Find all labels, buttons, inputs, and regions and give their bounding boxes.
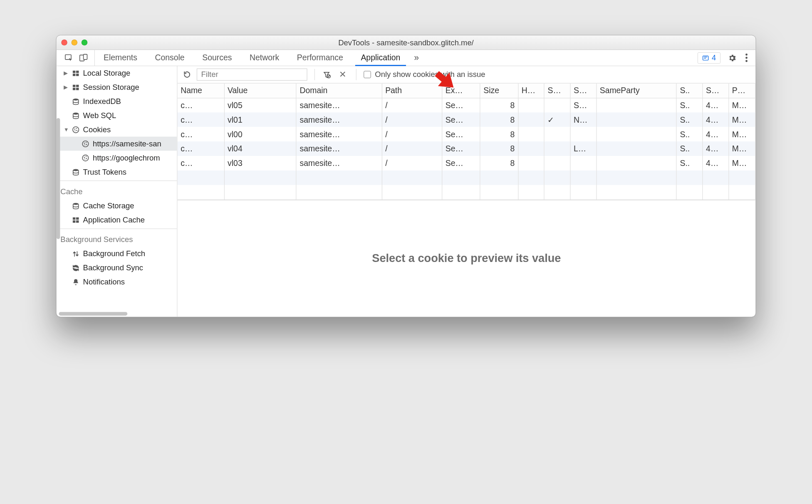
more-tabs-button[interactable]: » bbox=[409, 50, 424, 66]
sidebar-item-cache-storage[interactable]: Cache Storage bbox=[57, 199, 177, 213]
clear-filter-icon[interactable] bbox=[322, 70, 331, 79]
tab-application[interactable]: Application bbox=[352, 50, 409, 66]
bell-icon bbox=[72, 278, 79, 286]
minimize-window-button[interactable] bbox=[72, 40, 78, 46]
refresh-icon[interactable] bbox=[183, 71, 191, 79]
sidebar-horizontal-scrollbar[interactable] bbox=[59, 312, 127, 316]
sidebar-item-web-sql[interactable]: Web SQL bbox=[57, 109, 177, 123]
sidebar-item-label: IndexedDB bbox=[83, 97, 121, 106]
sidebar-item-trust-tokens[interactable]: Trust Tokens bbox=[57, 165, 177, 179]
svg-point-27 bbox=[86, 158, 87, 159]
cookie-preview-placeholder: Select a cookie to preview its value bbox=[372, 252, 561, 265]
tab-network[interactable]: Network bbox=[241, 50, 288, 66]
only-issues-checkbox[interactable]: Only show cookies with an issue bbox=[364, 70, 485, 79]
column-header[interactable]: Ex… bbox=[442, 84, 480, 98]
cell-sameparty bbox=[596, 98, 676, 112]
svg-point-30 bbox=[73, 203, 79, 205]
svg-point-26 bbox=[86, 156, 87, 157]
more-options-button[interactable] bbox=[744, 52, 749, 64]
svg-point-13 bbox=[73, 112, 79, 114]
svg-point-25 bbox=[84, 157, 85, 158]
column-header[interactable]: P… bbox=[729, 84, 755, 98]
window-title: DevTools - samesite-sandbox.glitch.me/ bbox=[338, 38, 473, 47]
cookie-icon bbox=[82, 154, 89, 162]
cell-path: / bbox=[382, 127, 442, 141]
column-header[interactable]: H… bbox=[518, 84, 545, 98]
sidebar-cookie-origin[interactable]: https://googlechrom bbox=[57, 151, 177, 165]
close-window-button[interactable] bbox=[61, 40, 67, 46]
svg-point-15 bbox=[74, 128, 75, 130]
cell-s2: L… bbox=[570, 141, 597, 156]
cell-sx: S.. bbox=[676, 156, 703, 170]
column-header[interactable]: Value bbox=[224, 84, 296, 98]
device-toolbar-icon[interactable] bbox=[79, 53, 88, 62]
column-header[interactable]: Domain bbox=[296, 84, 382, 98]
cell-ex: Se… bbox=[442, 112, 480, 127]
svg-rect-2 bbox=[84, 54, 87, 59]
column-header[interactable]: S.. bbox=[676, 84, 703, 98]
zoom-window-button[interactable] bbox=[82, 40, 88, 46]
sidebar-cookie-origin[interactable]: https://samesite-san bbox=[57, 137, 177, 151]
tab-label: Network bbox=[250, 53, 279, 62]
checkbox-icon bbox=[364, 71, 371, 78]
tab-console[interactable]: Console bbox=[146, 50, 193, 66]
sidebar-item-application-cache[interactable]: Application Cache bbox=[57, 213, 177, 227]
cell-name: c… bbox=[177, 112, 224, 127]
issues-badge[interactable]: 4 bbox=[698, 52, 720, 63]
svg-rect-11 bbox=[76, 88, 79, 90]
sidebar-item-background-sync[interactable]: Background Sync bbox=[57, 261, 177, 275]
db-icon bbox=[72, 97, 79, 105]
grid-icon bbox=[72, 83, 79, 91]
cell-path: / bbox=[382, 98, 442, 112]
tab-sources[interactable]: Sources bbox=[193, 50, 241, 66]
clear-all-icon[interactable]: ✕ bbox=[337, 69, 349, 80]
sidebar-item-local-storage[interactable]: ▶Local Storage bbox=[57, 66, 177, 80]
settings-gear-icon[interactable] bbox=[728, 53, 736, 62]
tab-elements[interactable]: Elements bbox=[95, 50, 146, 66]
svg-point-24 bbox=[82, 155, 89, 161]
cell-ex: Se… bbox=[442, 98, 480, 112]
sidebar-item-indexeddb[interactable]: IndexedDB bbox=[57, 94, 177, 109]
cell-h bbox=[518, 127, 545, 141]
column-header[interactable]: S… bbox=[544, 84, 570, 98]
cell-size: 8 bbox=[480, 98, 518, 112]
cell-domain: samesite… bbox=[296, 156, 382, 170]
tab-performance[interactable]: Performance bbox=[288, 50, 352, 66]
cell-path: / bbox=[382, 112, 442, 127]
sidebar-item-label: Trust Tokens bbox=[83, 168, 126, 176]
column-header[interactable]: S… bbox=[570, 84, 597, 98]
sidebar-section-background-services: Background Services bbox=[57, 230, 177, 247]
sidebar-item-cookies[interactable]: ▼Cookies bbox=[57, 123, 177, 137]
sidebar-vertical-scrollbar[interactable] bbox=[57, 118, 60, 239]
cell-sy: 4… bbox=[703, 141, 729, 156]
table-row[interactable]: c…vl01samesite…/Se…8✓N…S..4…M… bbox=[177, 112, 755, 127]
column-header[interactable]: SameParty bbox=[596, 84, 676, 98]
cookie-icon bbox=[72, 126, 79, 133]
table-row[interactable]: c…vl03samesite…/Se…8S..4…M… bbox=[177, 156, 755, 170]
sidebar-horizontal-scrollbar-track bbox=[57, 312, 177, 316]
cookies-table: NameValueDomainPathEx…SizeH…S…S…SamePart… bbox=[177, 84, 755, 200]
column-header[interactable]: S… bbox=[703, 84, 729, 98]
column-header[interactable]: Name bbox=[177, 84, 224, 98]
table-row[interactable]: c…vl00samesite…/Se…8S..4…M… bbox=[177, 127, 755, 141]
cell-name: c… bbox=[177, 127, 224, 141]
column-header[interactable]: Path bbox=[382, 84, 442, 98]
sidebar-item-label: Cookies bbox=[83, 125, 111, 134]
devtools-tabstrip: ElementsConsoleSourcesNetworkPerformance… bbox=[57, 50, 756, 66]
filter-input[interactable] bbox=[197, 69, 307, 81]
sidebar-item-session-storage[interactable]: ▶Session Storage bbox=[57, 80, 177, 94]
table-row[interactable]: c…vl04samesite…/Se…8L…S..4…M… bbox=[177, 141, 755, 156]
inspect-element-icon[interactable] bbox=[64, 53, 73, 62]
svg-rect-6 bbox=[73, 74, 75, 76]
svg-point-19 bbox=[82, 141, 89, 147]
sidebar-item-background-fetch[interactable]: Background Fetch bbox=[57, 247, 177, 261]
cell-s1 bbox=[544, 156, 570, 170]
cell-s1 bbox=[544, 141, 570, 156]
column-header[interactable]: Size bbox=[480, 84, 518, 98]
only-issues-label: Only show cookies with an issue bbox=[375, 70, 485, 79]
table-row[interactable]: c…vl05samesite…/Se…8S…S..4…M… bbox=[177, 98, 755, 112]
cell-h bbox=[518, 98, 545, 112]
table-row-empty bbox=[177, 170, 755, 185]
sidebar-item-notifications[interactable]: Notifications bbox=[57, 275, 177, 289]
cookies-panel: ✕ Only show cookies with an issue NameVa… bbox=[177, 66, 755, 317]
